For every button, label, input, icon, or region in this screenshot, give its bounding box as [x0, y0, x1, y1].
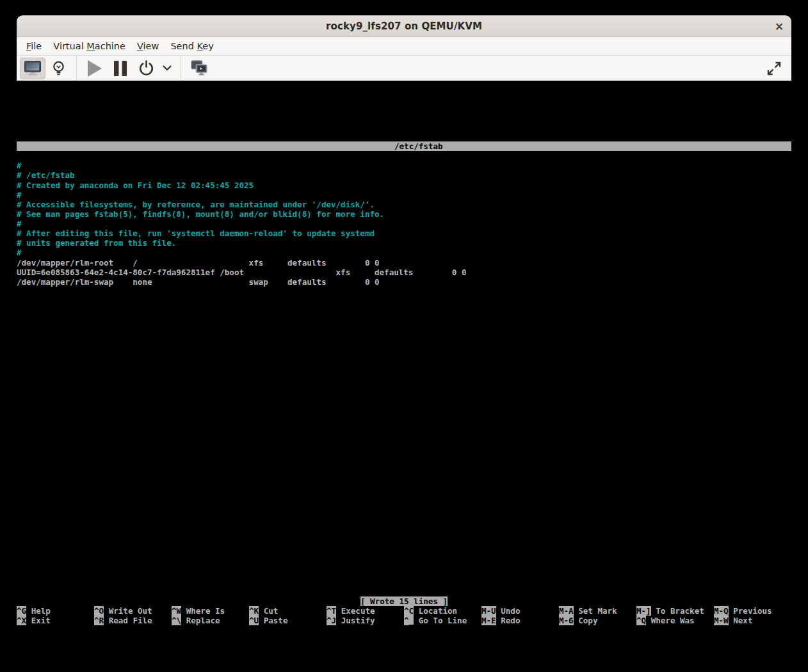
terminal-line: #: [17, 219, 791, 228]
shortcut-label: Go To Line: [414, 616, 467, 625]
shortcut-label: Next: [729, 616, 753, 625]
nano-shortcut: ^C Location: [404, 606, 481, 616]
toolbar-separator: [76, 56, 77, 81]
nano-filename: /etc/fstab: [394, 141, 443, 151]
nano-shortcut: ^X Exit: [17, 616, 94, 625]
nano-shortcut: ^K Cut: [249, 606, 327, 616]
nano-shortcut: M-U Undo: [481, 606, 559, 616]
terminal-line: # Accessible filesystems, by reference, …: [17, 200, 791, 209]
shortcut-label: Where Was: [646, 616, 695, 625]
nano-shortcut: M-E Redo: [481, 616, 559, 625]
menu-view[interactable]: View: [131, 38, 165, 54]
shortcut-key: M-E: [481, 616, 496, 625]
menu-virtual-machine[interactable]: Virtual Machine: [47, 38, 131, 54]
nano-shortcut: M-6 Copy: [559, 616, 636, 625]
terminal-line: # /etc/fstab: [17, 170, 791, 180]
titlebar[interactable]: rocky9_lfs207 on QEMU/KVM ×: [17, 15, 791, 37]
shortcut-label: Help: [26, 606, 51, 616]
screenshot-button[interactable]: [186, 58, 212, 79]
shortcut-label: To Bracket: [651, 606, 704, 616]
terminal-line: /dev/mapper/rlm-root / xfs defaults 0 0: [17, 258, 791, 268]
shortcut-label: Set Mark: [574, 606, 617, 616]
menubar: File Virtual Machine View Send Key: [17, 37, 791, 56]
nano-status-message: [ Wrote 15 lines ]: [360, 596, 448, 606]
shortcut-label: Execute: [336, 606, 375, 616]
shortcut-key: M-U: [481, 606, 496, 616]
shortcut-label: Paste: [259, 616, 287, 625]
shortcut-label: Read File: [104, 616, 152, 625]
shortcut-key: ^_: [404, 616, 414, 625]
shortcut-label: Write Out: [104, 606, 152, 616]
shortcut-key: ^C: [404, 606, 414, 616]
toolbar-separator: [181, 56, 181, 81]
terminal-line: /dev/mapper/rlm-swap none swap defaults …: [17, 277, 791, 287]
nano-shortcuts-row1: ^G Help^O Write Out^W Where Is^K Cut^T E…: [17, 606, 791, 616]
terminal-line: # After editing this file, run 'systemct…: [17, 228, 791, 238]
close-button[interactable]: ×: [771, 18, 788, 35]
shortcut-label: Undo: [496, 606, 521, 616]
show-hardware-details-button[interactable]: [45, 58, 71, 79]
terminal-line: #: [17, 161, 791, 170]
shortcut-key: M-6: [559, 616, 574, 625]
nano-shortcut: ^T Execute: [327, 606, 404, 616]
fullscreen-button[interactable]: [761, 58, 787, 79]
nano-shortcut: ^J Justify: [327, 616, 404, 625]
fullscreen-icon: [766, 61, 782, 76]
shutdown-menu-button[interactable]: [159, 58, 175, 79]
shortcut-key: ^K: [249, 606, 259, 616]
nano-shortcut: M-] To Bracket: [636, 606, 714, 616]
window-title: rocky9_lfs207 on QEMU/KVM: [326, 20, 482, 32]
menu-send-key[interactable]: Send Key: [165, 38, 219, 54]
virt-manager-window: rocky9_lfs207 on QEMU/KVM × File Virtual…: [17, 15, 791, 672]
shortcut-key: M-W: [714, 616, 729, 625]
menu-file[interactable]: File: [20, 38, 47, 54]
nano-shortcut: ^U Paste: [249, 616, 327, 625]
shutdown-button[interactable]: [133, 58, 159, 79]
shortcut-label: Location: [414, 606, 457, 616]
play-icon: [87, 60, 102, 77]
lightbulb-icon: [52, 61, 65, 76]
terminal-line: #: [17, 190, 791, 200]
terminal-line: # See man pages fstab(5), findfs(8), mou…: [17, 209, 791, 219]
nano-shortcut: ^G Help: [17, 606, 94, 616]
shortcut-key: M-]: [636, 606, 651, 616]
shortcut-label: Redo: [496, 616, 521, 625]
shortcut-key: ^Q: [636, 616, 646, 625]
shortcut-key: ^U: [249, 616, 259, 625]
shortcut-label: Previous: [729, 606, 772, 616]
nano-shortcut: M-Q Previous: [714, 606, 791, 616]
nano-shortcut: ^\ Replace: [172, 616, 249, 625]
pause-button[interactable]: [108, 58, 133, 79]
shortcut-label: Copy: [574, 616, 598, 625]
nano-shortcut: ^R Read File: [94, 616, 172, 625]
status-row: [ Wrote 15 lines ]: [17, 596, 791, 606]
shortcut-key: ^W: [172, 606, 181, 616]
shortcut-key: ^O: [94, 606, 104, 616]
terminal-body: ## /etc/fstab# Created by anaconda on Fr…: [17, 161, 791, 287]
shortcut-label: Replace: [181, 616, 220, 625]
console-view-button[interactable]: [20, 58, 45, 79]
nano-version: GNU nano 5.6.1: [55, 151, 133, 161]
close-icon: ×: [775, 20, 784, 33]
shortcut-key: ^T: [327, 606, 336, 616]
terminal-line: UUID=6e085863-64e2-4c14-80c7-f7da962811e…: [17, 268, 791, 277]
shortcut-label: Where Is: [181, 606, 225, 616]
nano-shortcut: M-A Set Mark: [559, 606, 636, 616]
nano-shortcut: ^O Write Out: [94, 606, 172, 616]
shortcut-label: Exit: [26, 616, 51, 625]
shortcut-key: M-A: [559, 606, 574, 616]
nano-terminal: GNU nano 5.6.1 /etc/fstab ## /etc/fstab#…: [17, 141, 791, 626]
run-button[interactable]: [82, 58, 108, 79]
nano-shortcut: ^_ Go To Line: [404, 616, 481, 625]
terminal-line: # Created by anaconda on Fri Dec 12 02:4…: [17, 180, 791, 190]
power-icon: [138, 60, 154, 76]
nano-shortcut: ^Q Where Was: [636, 616, 714, 625]
shortcut-label: Justify: [336, 616, 375, 625]
terminal-line: # units generated from this file.: [17, 238, 791, 248]
shortcut-key: ^\: [172, 616, 181, 625]
nano-titlebar: GNU nano 5.6.1 /etc/fstab: [17, 141, 791, 151]
chevron-down-icon: [163, 65, 172, 71]
vm-console-display[interactable]: GNU nano 5.6.1 /etc/fstab ## /etc/fstab#…: [17, 96, 791, 672]
terminal-line: #: [17, 248, 791, 257]
shortcut-key: ^J: [327, 616, 336, 625]
